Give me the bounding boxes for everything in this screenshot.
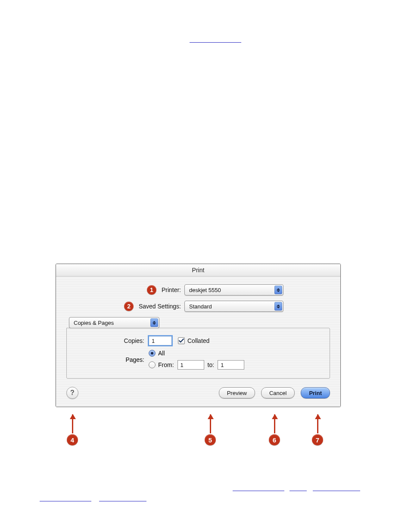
panel-popup[interactable]: Copies & Pages — [69, 317, 159, 328]
pages-from-option[interactable]: From: to: — [149, 360, 248, 370]
radio-from[interactable] — [149, 361, 156, 368]
copies-row: Copies: Collated — [75, 336, 321, 345]
pages-all-label: All — [158, 350, 165, 357]
saved-settings-label: Saved Settings: — [139, 303, 181, 310]
callout-arrow-7 — [317, 414, 318, 433]
panel-popup-value: Copies & Pages — [74, 320, 114, 326]
hyperlink-underline — [233, 491, 284, 491]
hyperlink-underline — [99, 501, 146, 501]
callout-badge-2: 2 — [124, 302, 134, 311]
pages-options: All From: to: — [149, 350, 248, 370]
panel-selector-row: Copies & Pages — [64, 317, 330, 328]
dialog-body: 1 Printer: deskjet 5550 2 Saved Settings… — [56, 277, 340, 407]
printer-row: 1 Printer: deskjet 5550 — [66, 284, 330, 296]
dialog-button-bar: ? Preview Cancel Print — [66, 387, 330, 399]
help-button[interactable]: ? — [66, 387, 78, 399]
pages-all-option[interactable]: All — [149, 350, 248, 357]
printer-popup[interactable]: deskjet 5550 — [184, 284, 283, 296]
pages-label: Pages: — [75, 356, 149, 363]
dialog-title: Print — [56, 264, 340, 277]
callout-arrow-4 — [72, 414, 73, 433]
popup-arrows-icon — [150, 318, 158, 327]
popup-arrows-icon — [274, 286, 282, 294]
pages-from-label: From: — [158, 361, 174, 368]
collated-checkbox[interactable] — [178, 337, 185, 344]
question-mark-icon: ? — [70, 389, 75, 397]
preview-button[interactable]: Preview — [219, 387, 255, 398]
collated-label: Collated — [187, 337, 209, 344]
hyperlink-underline-top — [190, 42, 241, 43]
callout-arrow-5 — [210, 414, 211, 433]
copies-pages-group: Copies: Collated Pages: All — [66, 328, 330, 379]
saved-settings-label-wrap: 2 Saved Settings: — [66, 302, 184, 311]
saved-settings-row: 2 Saved Settings: Standard — [66, 301, 330, 312]
copies-label: Copies: — [75, 337, 149, 344]
printer-label-wrap: 1 Printer: — [66, 285, 184, 295]
radio-all[interactable] — [149, 350, 156, 357]
popup-arrows-icon — [274, 302, 282, 311]
printer-popup-value: deskjet 5550 — [189, 287, 221, 293]
callout-badge-6: 6 — [269, 434, 280, 445]
hyperlink-underline — [290, 491, 307, 491]
print-button[interactable]: Print — [301, 387, 330, 398]
pages-from-field[interactable] — [177, 360, 204, 370]
callout-arrow-6 — [274, 414, 275, 433]
callout-badge-7: 7 — [312, 434, 323, 445]
pages-to-label: to: — [208, 361, 215, 368]
print-dialog: Print 1 Printer: deskjet 5550 2 Saved Se… — [56, 264, 341, 407]
collated-checkbox-wrap[interactable]: Collated — [178, 337, 209, 344]
saved-settings-value: Standard — [189, 303, 212, 310]
printer-label: Printer: — [162, 286, 181, 293]
saved-settings-popup[interactable]: Standard — [184, 301, 283, 312]
cancel-button[interactable]: Cancel — [261, 387, 295, 398]
callout-badge-1: 1 — [147, 285, 156, 295]
hyperlink-underline — [313, 491, 360, 491]
hyperlink-underline — [40, 501, 91, 501]
pages-row: Pages: All From: to: — [75, 350, 321, 370]
document-page: 3 Print 1 Printer: deskjet 5550 2 — [0, 0, 411, 532]
callout-badge-4: 4 — [67, 434, 78, 445]
callout-badge-5: 5 — [205, 434, 216, 445]
checkmark-icon — [179, 338, 184, 343]
pages-to-field[interactable] — [218, 360, 244, 370]
copies-field[interactable] — [149, 336, 172, 345]
